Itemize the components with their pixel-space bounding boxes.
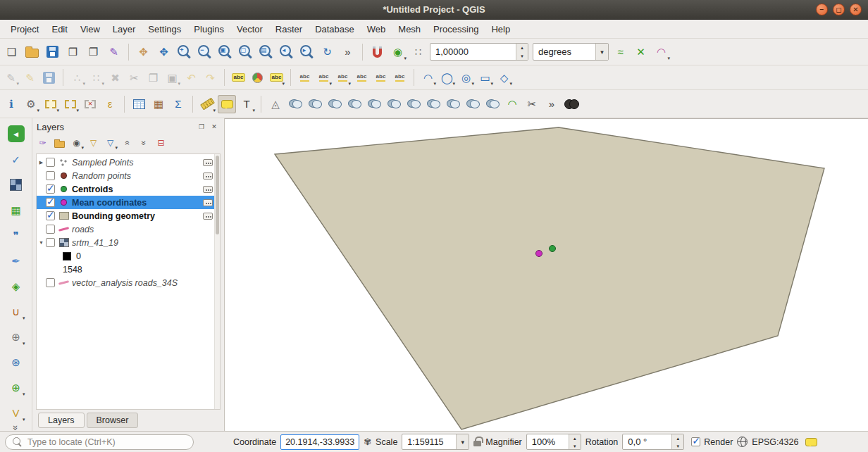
symmetrical-difference-icon[interactable] xyxy=(385,95,403,113)
snapping-on-intersection-icon[interactable]: ✕ xyxy=(631,42,650,61)
add-vector-layer-icon[interactable]: ✓ xyxy=(6,149,26,169)
enable-snapping-icon[interactable] xyxy=(368,42,387,61)
statistical-summary-icon[interactable]: Σ xyxy=(169,95,187,113)
add-group-icon[interactable] xyxy=(51,136,68,151)
scale-combo[interactable]: 1:159115 ▾ xyxy=(402,434,469,450)
render-checkbox[interactable]: Render xyxy=(691,437,733,447)
tab-layers[interactable]: Layers xyxy=(38,413,85,428)
open-layer-styling-icon[interactable]: ✑ xyxy=(35,136,51,151)
coordinate-input[interactable]: 20.1914,-33.9933 xyxy=(280,434,359,450)
menu-web[interactable]: Web xyxy=(361,21,392,37)
zoom-to-layer-icon[interactable]: ▤ xyxy=(256,42,275,61)
menu-settings[interactable]: Settings xyxy=(142,21,187,37)
menu-database[interactable]: Database xyxy=(309,21,361,37)
rotation-spinbox[interactable]: 0,0 ° ▴▾ xyxy=(622,434,684,450)
layer-diagram-icon[interactable] xyxy=(249,69,266,87)
toggle-editing-icon[interactable]: ✎ xyxy=(21,69,39,87)
spin-up-icon[interactable]: ▴ xyxy=(672,434,683,442)
extents-toggle-icon[interactable]: ✾ xyxy=(364,437,371,447)
spin-down-icon[interactable]: ▾ xyxy=(672,442,683,450)
filter-legend-by-expression-icon[interactable]: ▽▾ xyxy=(102,136,118,151)
metasearch-icon[interactable] xyxy=(562,95,581,113)
digitize-with-segment-icon[interactable]: ∴▾ xyxy=(68,69,86,87)
run-feature-action-icon[interactable]: ⚙▾ xyxy=(22,95,40,113)
menu-layer[interactable]: Layer xyxy=(106,21,142,37)
spin-down-icon[interactable]: ▾ xyxy=(569,442,581,450)
add-spatialite-layer-icon[interactable]: ✒ xyxy=(6,251,26,270)
expander-icon[interactable]: ▶ xyxy=(37,160,46,165)
pin-unpin-labels-icon[interactable]: ▾ xyxy=(315,69,333,87)
redo-icon[interactable]: ↷ xyxy=(202,69,219,87)
layer-row-sampled-points[interactable]: ▶Sampled Points xyxy=(37,156,220,169)
buffer-icon[interactable] xyxy=(306,95,324,113)
snapping-options-icon[interactable]: ∷ xyxy=(409,42,428,61)
toolbar-overflow-icon[interactable]: » xyxy=(338,42,357,61)
eliminate-icon[interactable] xyxy=(444,95,462,113)
spin-down-icon[interactable]: ▾ xyxy=(516,52,528,61)
snapping-units-combo[interactable]: degrees ▾ xyxy=(533,43,609,61)
snapping-tolerance-spinbox[interactable]: 1,00000 ▴▾ xyxy=(430,43,528,61)
centroid-point[interactable] xyxy=(550,246,556,252)
layer-visibility-checkbox[interactable] xyxy=(46,211,55,220)
render-checkbox-box[interactable] xyxy=(691,437,700,446)
layer-row-roads[interactable]: roads xyxy=(37,222,220,236)
layer-visibility-checkbox[interactable] xyxy=(46,158,55,167)
style-manager-icon[interactable]: ✎ xyxy=(104,42,123,61)
copy-features-icon[interactable]: ❐ xyxy=(144,69,162,87)
enable-tracing-icon[interactable]: ◠▾ xyxy=(652,42,671,61)
zoom-in-icon[interactable]: + xyxy=(175,42,194,61)
offset-curve-icon[interactable]: ◠ xyxy=(503,95,521,113)
zoom-next-icon[interactable]: ▸ xyxy=(297,42,316,61)
lock-scale-icon[interactable] xyxy=(473,441,481,446)
layer-row-vector-analysis-roads-34s[interactable]: vector_analysis roads_34S xyxy=(37,276,220,289)
menu-plugins[interactable]: Plugins xyxy=(187,21,230,37)
spin-up-icon[interactable]: ▴ xyxy=(516,44,528,52)
add-delimited-text-layer-icon[interactable]: ❞ xyxy=(6,225,26,245)
close-button[interactable]: ✕ xyxy=(850,4,862,15)
map-tips-icon[interactable] xyxy=(218,95,236,113)
save-project-icon[interactable] xyxy=(43,42,62,61)
manage-map-themes-icon[interactable]: ◉▾ xyxy=(68,136,85,151)
difference-icon[interactable] xyxy=(365,95,383,113)
new-project-icon[interactable]: ❏ xyxy=(2,42,21,61)
layer-visibility-checkbox[interactable] xyxy=(46,238,55,247)
layer-visibility-checkbox[interactable] xyxy=(46,184,55,194)
convex-hull-icon[interactable] xyxy=(286,95,304,113)
layer-row-random-points[interactable]: Random points xyxy=(37,169,220,182)
locate-search-input[interactable]: Type to locate (Ctrl+K) xyxy=(5,434,194,450)
layer-row-bounding-geometry[interactable]: Bounding geometry xyxy=(37,209,220,222)
title-bar[interactable]: *Untitled Project - QGIS − ◻ ✕ xyxy=(0,0,868,20)
snapping-mode-icon[interactable]: ◉▾ xyxy=(388,42,407,61)
add-postgis-layer-icon[interactable]: ◈ xyxy=(6,276,26,296)
circular-string-icon[interactable]: ◠▾ xyxy=(419,69,437,87)
scrollbar-thumb[interactable] xyxy=(216,156,219,234)
layer-visibility-checkbox[interactable] xyxy=(46,171,55,180)
labeling-options-icon[interactable]: ▾ xyxy=(268,69,285,87)
rotate-label-icon[interactable] xyxy=(372,69,390,87)
select-features-by-value-icon[interactable]: ▾ xyxy=(61,95,80,113)
save-layer-edits-icon[interactable] xyxy=(40,69,58,87)
map-canvas[interactable] xyxy=(225,118,868,431)
toolbar-overflow-icon[interactable]: » xyxy=(11,425,21,430)
measure-icon[interactable]: ▾ xyxy=(198,95,216,113)
crs-globe-icon[interactable] xyxy=(737,437,748,447)
expander-icon[interactable]: ▼ xyxy=(37,240,46,245)
open-attribute-table-icon[interactable] xyxy=(130,95,148,113)
select-features-icon[interactable]: ▾ xyxy=(42,95,60,113)
highlight-pinned-labels-icon[interactable] xyxy=(296,69,314,87)
show-hide-labels-icon[interactable]: ▾ xyxy=(334,69,352,87)
menu-vector[interactable]: Vector xyxy=(230,21,269,37)
regular-polygon-icon[interactable]: ◇▾ xyxy=(495,69,513,87)
collapse-all-icon[interactable]: » xyxy=(136,136,152,151)
circle-icon[interactable]: ◯▾ xyxy=(438,69,456,87)
vertex-tool-icon[interactable]: ∷▾ xyxy=(87,69,105,87)
ellipse-icon[interactable]: ◎▾ xyxy=(457,69,475,87)
layer-row-centroids[interactable]: Centroids xyxy=(37,182,220,196)
reshape-icon[interactable]: ✂ xyxy=(523,95,541,113)
add-virtual-layer-icon[interactable]: V▾ xyxy=(6,403,26,422)
magnifier-spinbox[interactable]: 100% ▴▾ xyxy=(526,434,581,450)
rectangle-icon[interactable]: ▭▾ xyxy=(476,69,494,87)
cut-features-icon[interactable]: ✂ xyxy=(125,69,143,87)
split-features-icon[interactable] xyxy=(483,95,502,113)
remove-layer-icon[interactable]: ⊟ xyxy=(153,136,169,151)
